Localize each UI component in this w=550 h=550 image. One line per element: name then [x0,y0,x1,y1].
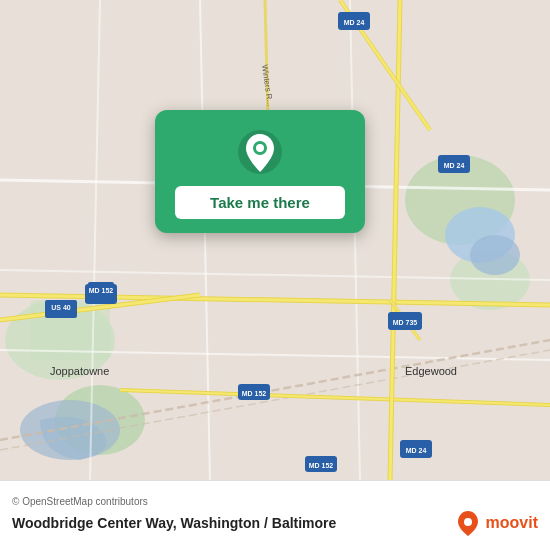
svg-point-7 [470,235,520,275]
moovit-text: moovit [486,514,538,532]
svg-text:Joppatowne: Joppatowne [50,365,109,377]
popup-card: Take me there [155,110,365,233]
svg-text:MD 152: MD 152 [242,390,267,397]
moovit-icon [454,509,482,537]
svg-text:MD 24: MD 24 [406,447,427,454]
svg-text:MD 152: MD 152 [309,462,334,469]
svg-text:MD 24: MD 24 [344,19,365,26]
bottom-row: Woodbridge Center Way, Washington / Balt… [12,509,538,537]
location-pin-icon [236,128,284,176]
svg-text:US 40: US 40 [51,304,71,311]
location-title: Woodbridge Center Way, Washington / Balt… [12,515,336,531]
take-me-there-button[interactable]: Take me there [175,186,345,219]
svg-text:MD 24: MD 24 [444,162,465,169]
map-container: MD 152 MD 152 MD 152 MD 152 US 40 MD 24 … [0,0,550,480]
bottom-bar: © OpenStreetMap contributors Woodbridge … [0,480,550,550]
svg-text:MD 735: MD 735 [393,319,418,326]
svg-text:Edgewood: Edgewood [405,365,457,377]
svg-text:MD 152: MD 152 [89,287,114,294]
svg-point-54 [256,144,264,152]
svg-point-55 [464,518,472,526]
moovit-logo: moovit [454,509,538,537]
map-attribution: © OpenStreetMap contributors [12,496,538,507]
